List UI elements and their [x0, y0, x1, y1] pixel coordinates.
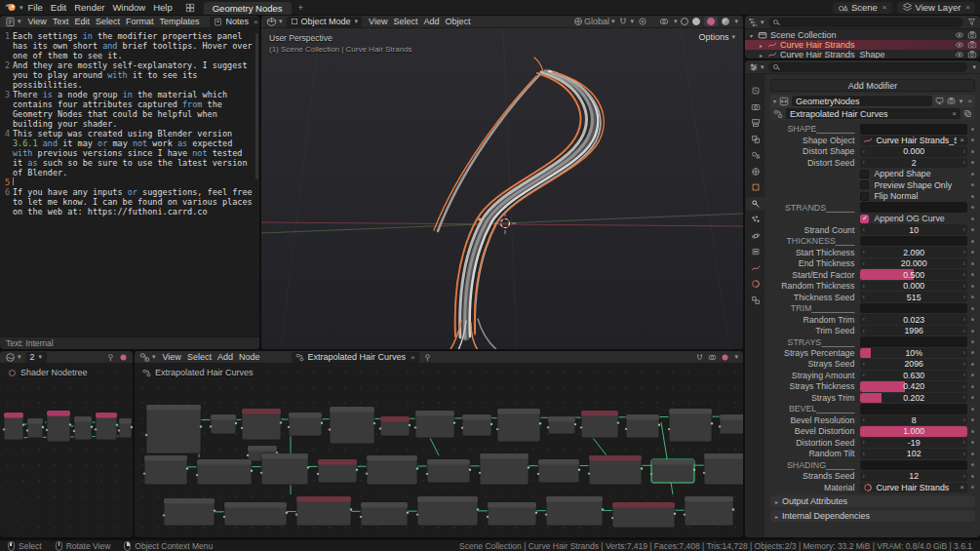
decrement-arrow[interactable]: ‹ [862, 449, 864, 459]
increment-arrow[interactable]: › [963, 449, 965, 459]
menu-node[interactable]: Node [236, 352, 263, 362]
increment-arrow[interactable]: › [963, 269, 965, 280]
properties-tab-material[interactable] [746, 277, 764, 291]
shader-graph-canvas[interactable]: Shader Nodetree [0, 364, 133, 537]
increment-arrow[interactable]: › [963, 146, 965, 157]
decorator-dot[interactable] [971, 330, 974, 333]
decrement-arrow[interactable]: ‹ [862, 158, 864, 169]
decrement-arrow[interactable]: ‹ [862, 326, 864, 336]
increment-arrow[interactable]: › [963, 247, 965, 257]
decorator-dot[interactable] [971, 418, 974, 421]
graph-node[interactable] [611, 502, 676, 528]
text-line[interactable]: 1Each settings in the modifier propertie… [0, 31, 255, 60]
properties-search-input[interactable] [768, 62, 968, 72]
number-field[interactable]: ‹-19› [860, 438, 967, 449]
modifier-name-field[interactable]: GeometryNodes [792, 96, 932, 106]
viewport-canvas[interactable]: User Perspective (1) Scene Collection | … [261, 28, 743, 349]
object-field[interactable]: Curve Hair Strands_Shape× [860, 136, 967, 146]
graph-node[interactable] [625, 414, 660, 438]
geometry-graph-canvas[interactable]: Extrapolated Hair Curves [135, 364, 743, 537]
graph-node[interactable] [416, 496, 479, 526]
menu-help[interactable]: Help [149, 2, 176, 13]
checkbox[interactable] [860, 170, 869, 178]
disable-render-icon[interactable] [967, 50, 977, 59]
number-field[interactable]: ‹1.000› [860, 426, 967, 437]
increment-arrow[interactable]: › [963, 326, 965, 336]
increment-arrow[interactable]: › [963, 258, 965, 269]
menu-select[interactable]: Select [93, 17, 123, 26]
snap-icon[interactable] [695, 353, 704, 362]
decorator-dot[interactable] [971, 340, 974, 343]
menu-object[interactable]: Object [442, 17, 473, 26]
decrement-arrow[interactable]: ‹ [862, 314, 864, 325]
graph-node[interactable] [145, 405, 202, 453]
text-editor-body[interactable]: 1Each settings in the modifier propertie… [0, 30, 255, 336]
decrement-arrow[interactable]: ‹ [862, 359, 864, 370]
graph-node[interactable] [95, 413, 118, 440]
number-field[interactable]: ‹0.630› [860, 371, 967, 381]
material-field[interactable]: Curve Hair Strands× [860, 483, 967, 493]
graph-node[interactable] [46, 411, 71, 442]
graph-node[interactable] [295, 496, 352, 526]
number-field[interactable]: ‹0.500› [860, 269, 967, 280]
properties-tab-tool[interactable] [746, 84, 764, 98]
decorator-dot[interactable] [971, 374, 974, 376]
text-line[interactable]: 4This setup was created using Blender ve… [0, 129, 255, 177]
scene-selector[interactable]: Scene × [833, 2, 892, 14]
outliner-row-scene-collection[interactable]: ▾Scene Collection [745, 30, 980, 40]
menu-edit[interactable]: Edit [47, 2, 70, 13]
graph-node[interactable] [288, 413, 323, 436]
increment-arrow[interactable]: › [963, 415, 965, 426]
decrement-arrow[interactable]: ‹ [862, 393, 864, 404]
graph-node[interactable] [487, 502, 537, 526]
properties-tab-texture[interactable] [746, 294, 764, 307]
graph-node[interactable] [684, 496, 734, 526]
unlink-node-tree-icon[interactable]: × [411, 353, 415, 362]
properties-tab-scene[interactable] [746, 148, 764, 162]
snap-toggle[interactable]: ▾ [618, 17, 634, 26]
number-field[interactable]: ‹12› [860, 471, 967, 482]
graph-node[interactable] [537, 459, 580, 483]
decorator-dot[interactable] [971, 295, 974, 298]
decrement-arrow[interactable]: ‹ [862, 224, 864, 235]
graph-node[interactable] [703, 453, 743, 485]
decorator-dot[interactable] [971, 486, 974, 489]
menu-templates[interactable]: Templates [156, 17, 202, 26]
pin-icon[interactable] [423, 353, 432, 362]
number-field[interactable]: ‹2.090› [860, 247, 967, 257]
decorator-dot[interactable] [971, 285, 974, 288]
shading-solid-icon[interactable] [692, 18, 700, 25]
menu-view[interactable]: View [366, 17, 390, 26]
duplicate-node-group-icon[interactable] [963, 109, 972, 118]
decrement-arrow[interactable]: ‹ [862, 146, 864, 157]
graph-node[interactable] [414, 411, 455, 438]
increment-arrow[interactable]: › [963, 314, 965, 325]
hair-strands-object[interactable] [434, 58, 604, 349]
outliner-row-curve-hair-strands-shape[interactable]: ▸Curve Hair Strands_Shape [745, 50, 980, 59]
menu-add[interactable]: Add [215, 352, 236, 362]
graph-node[interactable] [118, 418, 133, 438]
unlink-text-icon[interactable]: × [254, 18, 258, 26]
menu-view[interactable]: View [160, 352, 184, 362]
decorator-dot[interactable] [971, 173, 974, 176]
menu-window[interactable]: Window [108, 2, 149, 13]
properties-tab-viewlayer[interactable] [746, 133, 764, 146]
decrement-arrow[interactable]: ‹ [862, 292, 864, 302]
outliner-search-input[interactable] [768, 18, 963, 27]
panel-internal-dependencies[interactable]: ▸Internal Dependencies [770, 510, 975, 522]
decorator-dot[interactable] [971, 385, 974, 388]
decorator-dot[interactable] [971, 475, 974, 478]
number-field[interactable]: ‹1996› [860, 326, 967, 336]
graph-node[interactable] [223, 502, 288, 526]
disable-render-icon[interactable] [967, 30, 977, 40]
unlink-icon[interactable]: × [960, 483, 964, 492]
unlink-icon[interactable]: × [960, 136, 964, 144]
properties-tab-modifier[interactable] [746, 197, 764, 211]
use-nodes-toggle-icon[interactable] [119, 353, 128, 362]
add-workspace-button[interactable]: + [293, 2, 310, 13]
properties-tab-world[interactable] [746, 165, 764, 178]
pin-icon[interactable] [106, 353, 115, 362]
graph-node[interactable] [545, 496, 604, 526]
decorator-dot[interactable] [971, 217, 974, 220]
node-group-selector[interactable]: Extrapolated Hair Curves × [786, 108, 960, 119]
